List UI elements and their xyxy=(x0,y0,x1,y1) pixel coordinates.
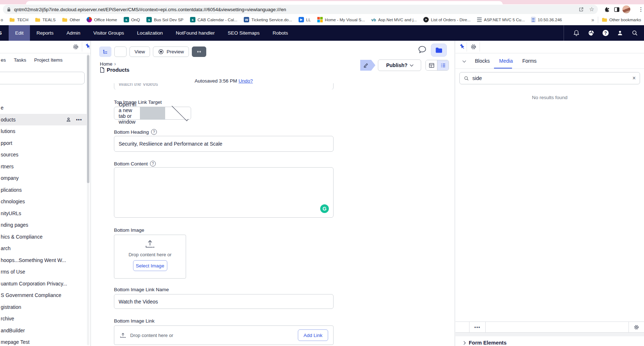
url-text[interactable]: qntm02mstr2ij5p7inte.dxcloud.episerver.n… xyxy=(14,7,573,12)
tree-item-privacy[interactable]: uantum Corporation Privacy... xyxy=(0,278,87,290)
form-elements-section[interactable]: Form Elements xyxy=(463,340,507,346)
settings-gear-icon[interactable] xyxy=(72,44,79,50)
help-icon[interactable]: ? xyxy=(599,30,613,36)
settings-gear-icon[interactable] xyxy=(470,44,477,50)
tree-item-technologies[interactable]: chnologies xyxy=(0,196,87,208)
tab-seo-sitemaps[interactable]: SEO Sitemaps xyxy=(221,25,266,41)
tree-item-search[interactable]: arch xyxy=(0,243,87,254)
bookmark-item[interactable]: 10.50.36.246 xyxy=(531,17,562,22)
sidebar-tab-pages-partial[interactable]: es xyxy=(1,57,6,63)
pin-icon[interactable] xyxy=(85,43,91,50)
tree-item-whoops[interactable]: hoops...Something Went W... xyxy=(0,254,87,266)
bookmark-star-icon[interactable]: ☆ xyxy=(589,6,594,12)
tab-robots[interactable]: Robots xyxy=(266,25,295,41)
profile-avatar[interactable] xyxy=(622,5,630,13)
publish-button[interactable]: Publish? xyxy=(378,59,421,71)
toggle-editing-view-button[interactable] xyxy=(192,46,206,57)
tree-item-home[interactable]: e xyxy=(0,102,87,114)
tree-item-homepage-test[interactable]: mepage Test xyxy=(0,336,87,346)
tree-item-archive[interactable]: rchive xyxy=(0,313,87,325)
sidebar-tab-project-items[interactable]: Project Items xyxy=(34,57,63,63)
bookmark-item[interactable]: s CAB Calendar - Cal... xyxy=(190,17,238,22)
form-view-toggle[interactable] xyxy=(426,60,437,70)
text-input[interactable]: Watch the Videos xyxy=(114,83,334,89)
top-image-link-target-select[interactable]: Open in a new tab or window xyxy=(114,107,191,120)
tab-visitor-groups[interactable]: Visitor Groups xyxy=(87,25,131,41)
select-image-button[interactable]: Select Image xyxy=(133,260,167,271)
breadcrumb[interactable]: Home › xyxy=(100,61,116,67)
globe-icon[interactable] xyxy=(584,30,599,36)
bottom-image-link-dropzone[interactable]: Drop content here or Add Link xyxy=(114,325,334,345)
address-bar[interactable]: qntm02mstr2ij5p7inte.dxcloud.episerver.n… xyxy=(3,5,598,14)
browser-menu-icon[interactable]: ⋮ xyxy=(638,6,644,13)
bottom-content-textarea[interactable]: G xyxy=(114,167,334,218)
preview-button[interactable]: Preview xyxy=(153,46,189,57)
media-search-box[interactable]: × xyxy=(459,72,640,84)
tree-item-terms-of-use[interactable]: rms of Use xyxy=(0,266,87,278)
tree-item-solutions[interactable]: lutions xyxy=(0,125,87,137)
tree-item-us-gov-compliance[interactable]: S Government Compliance xyxy=(0,289,87,301)
add-content-button[interactable] xyxy=(114,46,127,57)
extensions-icon[interactable] xyxy=(604,6,610,13)
media-search-input[interactable] xyxy=(472,75,630,81)
view-button[interactable]: View xyxy=(129,46,150,57)
bottom-heading-input[interactable] xyxy=(114,136,334,152)
tree-item-vanityurls[interactable]: nityURLs xyxy=(0,208,87,219)
bookmark-item[interactable]: vb Asp.Net MVC and j... xyxy=(371,18,417,22)
tab-localization[interactable]: Localization xyxy=(131,25,169,41)
bottom-image-link-name-input[interactable] xyxy=(114,294,334,309)
tree-item-resources[interactable]: sources xyxy=(0,149,87,161)
tab-media[interactable]: Media xyxy=(499,58,513,64)
bookmark-item[interactable]: ▶ LL xyxy=(299,17,311,22)
bookmark-item[interactable]: s Bus Sol Dev SP xyxy=(146,17,184,22)
share-icon[interactable] xyxy=(578,6,584,12)
bookmark-item[interactable]: s OnQ xyxy=(124,17,140,22)
tree-item-partners[interactable]: rtners xyxy=(0,161,87,173)
tree-item-ethics-compliance[interactable]: hics & Compliance xyxy=(0,231,87,243)
context-menu-icon[interactable]: ••• xyxy=(76,117,82,122)
undo-link[interactable]: Undo? xyxy=(239,78,253,84)
tree-search-input[interactable] xyxy=(0,72,85,84)
clear-search-icon[interactable]: × xyxy=(632,75,636,81)
tab-admin[interactable]: Admin xyxy=(60,25,87,41)
tree-item-applications[interactable]: plications xyxy=(0,184,87,196)
more-options-button[interactable]: ••• xyxy=(469,322,486,332)
active-browser-tab[interactable] xyxy=(26,1,503,4)
bookmark-item[interactable]: W Ticketing Service.do... xyxy=(244,17,292,22)
help-tooltip-icon[interactable]: ? xyxy=(151,129,157,135)
help-tooltip-icon[interactable]: ? xyxy=(150,161,156,167)
search-icon[interactable] xyxy=(627,30,644,36)
bottom-image-dropzone[interactable]: Drop content here or Select Image xyxy=(114,235,186,279)
tree-item-products-selected[interactable]: oducts ••• xyxy=(0,114,87,126)
tab-notfound-handler[interactable]: NotFound handler xyxy=(169,25,221,41)
notifications-bell-icon[interactable] xyxy=(569,30,584,36)
bookmarks-overflow-icon[interactable]: » xyxy=(591,17,594,23)
toggle-navigation-button[interactable] xyxy=(99,46,111,57)
bookmark-item[interactable]: Home - My Visual S... xyxy=(317,17,365,22)
side-panel-icon[interactable] xyxy=(614,6,620,13)
bookmark-item[interactable]: TEALS xyxy=(35,18,56,22)
sidebar-tab-tasks[interactable]: Tasks xyxy=(14,57,26,63)
project-folder-button[interactable] xyxy=(431,44,447,57)
comments-icon[interactable] xyxy=(418,45,427,53)
pin-icon[interactable] xyxy=(459,44,465,50)
sidebar-scrollbar[interactable] xyxy=(87,54,89,345)
settings-gear-icon[interactable] xyxy=(629,322,644,332)
all-properties-view-toggle[interactable] xyxy=(437,60,449,70)
bookmark-item[interactable]: ➤ List of Orders - Dire... xyxy=(423,17,471,22)
bookmark-item[interactable]: Office Home xyxy=(87,17,117,22)
grammarly-icon[interactable]: G xyxy=(320,204,329,213)
tab-blocks[interactable]: Blocks xyxy=(475,58,490,64)
add-link-button[interactable]: Add Link xyxy=(298,329,328,341)
bookmark-item[interactable]: TECH xyxy=(9,18,28,22)
other-bookmarks[interactable]: Other bookmarks xyxy=(602,18,641,22)
tree-item-landing-pages[interactable]: nding pages xyxy=(0,219,87,231)
user-icon[interactable] xyxy=(613,30,627,36)
tree-item-support[interactable]: pport xyxy=(0,137,87,149)
add-button[interactable] xyxy=(455,322,469,332)
tab-reports[interactable]: Reports xyxy=(30,25,60,41)
bookmark-partial[interactable]: o xyxy=(1,18,3,22)
tree-item-brandbuilder[interactable]: andBuilder xyxy=(0,325,87,337)
tree-item-registration[interactable]: gistration xyxy=(0,301,87,313)
scrollbar-thumb[interactable] xyxy=(87,55,89,183)
